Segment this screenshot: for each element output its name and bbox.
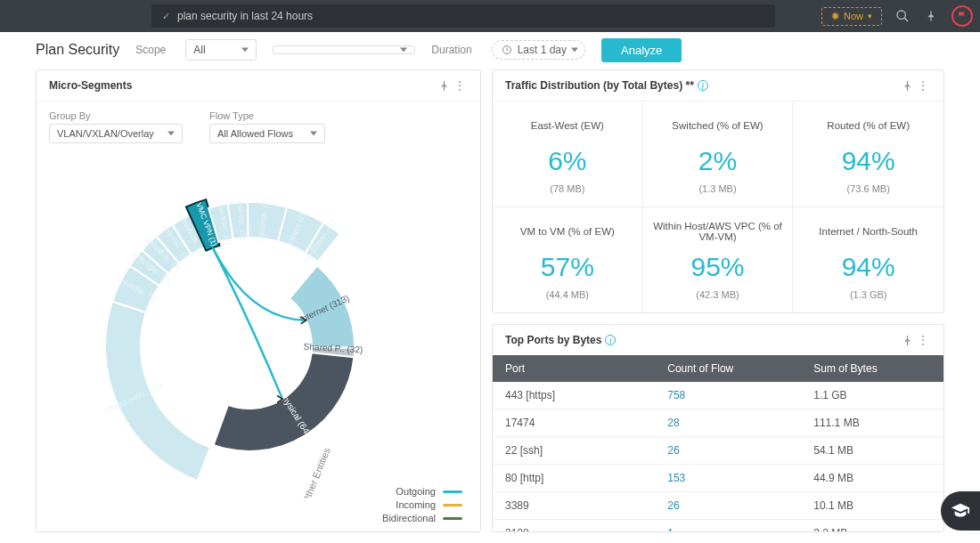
cell-count[interactable]: 153 bbox=[655, 465, 801, 492]
cell-count[interactable]: 1 bbox=[655, 520, 801, 532]
metric-label: Routed (% of EW) bbox=[800, 114, 936, 137]
cell-bytes: 111.1 MB bbox=[801, 409, 943, 437]
scope-label: Scope bbox=[135, 44, 166, 56]
check-icon: ✓ bbox=[162, 11, 170, 22]
page-controls: Plan Security Scope All Duration Last 1 … bbox=[0, 32, 980, 69]
cell-bytes: 54.1 MB bbox=[801, 437, 943, 465]
pin-icon[interactable] bbox=[899, 335, 915, 346]
pin-icon[interactable] bbox=[899, 80, 915, 92]
microseg-sunburst-chart[interactable]: Internet (313)Shared P.. (32)Physical (6… bbox=[49, 149, 468, 526]
cell-port: 17474 bbox=[493, 409, 655, 437]
search-text: plan security in last 24 hours bbox=[177, 10, 313, 22]
metric-value: 2% bbox=[650, 146, 786, 176]
metric-subvalue: (42.3 MB) bbox=[650, 289, 786, 300]
group-by-label: Group By bbox=[49, 110, 183, 121]
chevron-down-icon: ▾ bbox=[868, 12, 872, 20]
info-icon[interactable]: i bbox=[605, 335, 616, 345]
traffic-metric[interactable]: VM to VM (% of EW) 57% (44.4 MB) bbox=[493, 207, 643, 312]
cell-port: 3128 bbox=[493, 520, 655, 532]
col-bytes: Sum of Bytes bbox=[801, 355, 943, 382]
metric-label: East-West (EW) bbox=[500, 114, 635, 137]
cell-bytes: 3.2 MB bbox=[801, 520, 943, 532]
traffic-title: Traffic Distribution (by Total Bytes) ** bbox=[505, 79, 694, 92]
more-icon[interactable]: ⋮ bbox=[915, 334, 931, 346]
duration-select[interactable]: Last 1 day bbox=[492, 40, 585, 60]
table-row[interactable]: 3389 26 10.1 MB bbox=[493, 492, 943, 520]
traffic-distribution-card: Traffic Distribution (by Total Bytes) **… bbox=[492, 69, 944, 313]
page-title: Plan Security bbox=[36, 42, 119, 58]
metric-value: 94% bbox=[800, 146, 936, 176]
clock-dashed-icon: ✺ bbox=[831, 11, 839, 22]
micro-segments-card: Micro-Segments ⋮ Group By VLAN/VXLAN/Ove… bbox=[36, 69, 481, 532]
metric-subvalue: (44.4 MB) bbox=[500, 289, 635, 300]
group-by-select[interactable]: VLAN/VXLAN/Overlay bbox=[49, 124, 183, 143]
svg-point-0 bbox=[897, 11, 905, 19]
metric-subvalue: (1.3 GB) bbox=[800, 289, 936, 300]
table-row[interactable]: 22 [ssh] 26 54.1 MB bbox=[493, 437, 943, 465]
cell-count[interactable]: 26 bbox=[655, 437, 801, 465]
analyze-button[interactable]: Analyze bbox=[601, 38, 682, 62]
metric-label: Within Host/AWS VPC (% of VM-VM) bbox=[650, 220, 786, 243]
alerts-flag-button[interactable] bbox=[951, 5, 973, 27]
metric-value: 94% bbox=[800, 252, 936, 282]
flow-type-label: Flow Type bbox=[209, 110, 325, 121]
metric-subvalue: (73.6 MB) bbox=[800, 183, 936, 194]
traffic-metric[interactable]: Switched (% of EW) 2% (1.3 MB) bbox=[643, 101, 794, 207]
flow-type-select[interactable]: All Allowed Flows bbox=[209, 124, 325, 143]
metric-subvalue: (1.3 MB) bbox=[650, 183, 786, 194]
metric-value: 6% bbox=[500, 146, 635, 176]
duration-value: Last 1 day bbox=[518, 44, 567, 56]
metric-value: 57% bbox=[500, 252, 635, 282]
cell-port: 80 [http] bbox=[493, 465, 655, 492]
traffic-metric[interactable]: East-West (EW) 6% (78 MB) bbox=[493, 101, 643, 207]
topports-title: Top Ports by Bytes bbox=[505, 334, 601, 346]
info-icon[interactable]: i bbox=[698, 80, 708, 91]
global-search-input[interactable]: ✓ plan security in last 24 hours bbox=[151, 4, 775, 28]
table-row[interactable]: 443 [https] 758 1.1 GB bbox=[493, 382, 943, 409]
cell-bytes: 1.1 GB bbox=[801, 382, 943, 409]
clock-icon bbox=[502, 45, 512, 55]
metric-label: Switched (% of EW) bbox=[650, 114, 786, 137]
svg-text:Other Entities: Other Entities bbox=[300, 446, 332, 498]
metric-value: 95% bbox=[650, 252, 786, 282]
help-academy-button[interactable] bbox=[941, 491, 980, 531]
traffic-metric[interactable]: Within Host/AWS VPC (% of VM-VM) 95% (42… bbox=[643, 207, 794, 312]
table-row[interactable]: 3128 1 3.2 MB bbox=[493, 520, 943, 532]
scope-select-2[interactable] bbox=[273, 45, 415, 54]
time-now-button[interactable]: ✺ Now ▾ bbox=[821, 7, 882, 26]
cell-count[interactable]: 26 bbox=[655, 492, 801, 520]
microseg-title: Micro-Segments bbox=[49, 79, 132, 92]
cell-count[interactable]: 758 bbox=[655, 382, 801, 409]
metric-subvalue: (78 MB) bbox=[500, 183, 635, 194]
scope-select-1[interactable]: All bbox=[185, 39, 257, 61]
metric-label: Internet / North-South bbox=[800, 220, 936, 243]
top-ports-table: Port Count of Flow Sum of Bytes 443 [htt… bbox=[493, 355, 943, 531]
pin-icon[interactable] bbox=[436, 80, 452, 92]
cell-count[interactable]: 28 bbox=[655, 409, 801, 437]
more-icon[interactable]: ⋮ bbox=[452, 79, 468, 92]
more-icon[interactable]: ⋮ bbox=[915, 79, 931, 92]
cell-port: 443 [https] bbox=[493, 382, 655, 409]
cell-port: 3389 bbox=[493, 492, 655, 520]
table-row[interactable]: 80 [http] 153 44.9 MB bbox=[493, 465, 943, 492]
cell-port: 22 [ssh] bbox=[493, 437, 655, 465]
traffic-metric[interactable]: Routed (% of EW) 94% (73.6 MB) bbox=[793, 101, 943, 207]
top-ports-card: Top Ports by Bytes i ⋮ Port Count of Flo… bbox=[492, 324, 944, 532]
col-count: Count of Flow bbox=[655, 355, 801, 382]
chart-legend: Outgoing Incoming Bidirectional bbox=[382, 486, 462, 526]
col-port: Port bbox=[493, 355, 655, 382]
now-label: Now bbox=[844, 11, 863, 21]
duration-label: Duration bbox=[431, 44, 471, 56]
graduation-cap-icon bbox=[951, 501, 970, 521]
search-icon[interactable] bbox=[894, 8, 911, 24]
table-row[interactable]: 17474 28 111.1 MB bbox=[493, 409, 943, 437]
top-bar: ✓ plan security in last 24 hours ✺ Now ▾ bbox=[0, 0, 980, 32]
metric-label: VM to VM (% of EW) bbox=[500, 220, 635, 243]
svg-line-1 bbox=[904, 18, 908, 21]
cell-bytes: 10.1 MB bbox=[801, 492, 943, 520]
pin-icon[interactable] bbox=[923, 8, 939, 24]
cell-bytes: 44.9 MB bbox=[801, 465, 943, 492]
traffic-metric[interactable]: Internet / North-South 94% (1.3 GB) bbox=[793, 207, 943, 312]
